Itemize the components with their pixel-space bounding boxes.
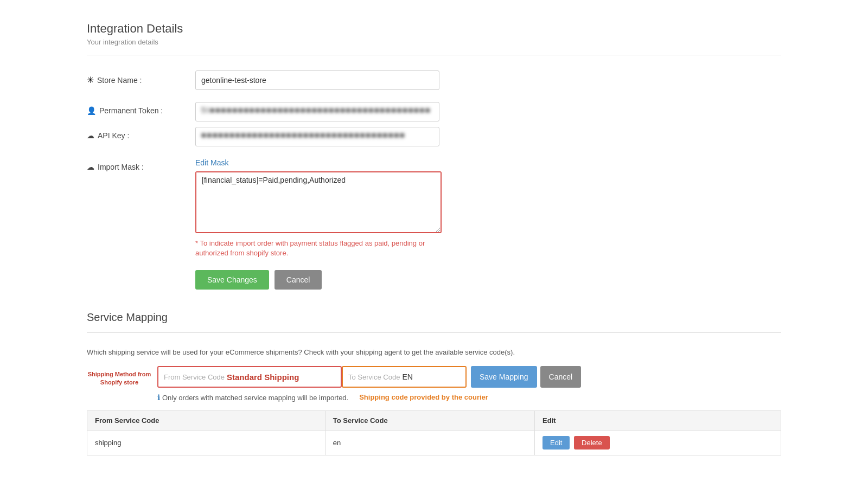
divider-top bbox=[87, 55, 781, 55]
divider-service bbox=[87, 332, 781, 333]
mapping-table: From Service Code To Service Code Edit s… bbox=[87, 410, 781, 455]
info-icon: ℹ bbox=[157, 393, 160, 402]
save-changes-button[interactable]: Save Changes bbox=[195, 270, 269, 290]
service-mapping-desc: Which shipping service will be used for … bbox=[87, 348, 781, 356]
import-mask-note: * To indicate import order with payment … bbox=[195, 239, 439, 258]
edit-cell: Edit Delete bbox=[535, 431, 781, 455]
api-key-row: ☁ API Key : ■■■■■■■■■■■■■■■■■■■■■■■■■■■■… bbox=[87, 127, 781, 146]
import-mask-label: ☁ Import Mask : bbox=[87, 158, 195, 171]
to-service-wrapper: To Service Code bbox=[342, 366, 467, 388]
mapping-table-header: From Service Code To Service Code Edit bbox=[87, 411, 781, 431]
courier-note: Shipping code provided by the courier bbox=[359, 393, 488, 401]
cancel-button[interactable]: Cancel bbox=[275, 270, 322, 290]
import-mask-textarea[interactable]: [financial_status]=Paid,pending,Authoriz… bbox=[196, 172, 441, 232]
permanent-token-label: 👤 Permanent Token : bbox=[87, 102, 195, 115]
from-service-value: Standard Shipping bbox=[227, 373, 299, 382]
api-key-label: ☁ API Key : bbox=[87, 127, 195, 140]
table-row: shipping en Edit Delete bbox=[87, 431, 781, 455]
edit-mask-link[interactable]: Edit Mask bbox=[195, 158, 442, 167]
store-name-label: ✳ Store Name : bbox=[87, 70, 195, 85]
import-mask-container: Edit Mask [financial_status]=Paid,pendin… bbox=[195, 158, 442, 258]
edit-row-button[interactable]: Edit bbox=[542, 436, 570, 450]
from-code-cell: shipping bbox=[87, 431, 326, 455]
permanent-token-value: 5t■■■■■■■■■■■■■■■■■■■■■■■■■■■■■■■■■■■■■■… bbox=[201, 106, 431, 114]
user-icon: 👤 bbox=[87, 106, 96, 115]
cloud-icon-api: ☁ bbox=[87, 131, 94, 140]
required-star-icon: ✳ bbox=[87, 75, 94, 85]
cancel-mapping-button[interactable]: Cancel bbox=[540, 366, 582, 388]
permanent-token-row: 👤 Permanent Token : 5t■■■■■■■■■■■■■■■■■■… bbox=[87, 102, 781, 115]
page-subtitle: Your integration details bbox=[87, 38, 781, 46]
mapping-table-body: shipping en Edit Delete bbox=[87, 431, 781, 455]
save-mapping-button[interactable]: Save Mapping bbox=[471, 366, 537, 388]
store-name-row: ✳ Store Name : bbox=[87, 70, 781, 90]
import-mask-row: ☁ Import Mask : Edit Mask [financial_sta… bbox=[87, 158, 781, 258]
page-title: Integration Details bbox=[87, 22, 781, 36]
col-from-service-code: From Service Code bbox=[87, 411, 326, 431]
to-service-input[interactable] bbox=[402, 373, 445, 381]
col-to-service-code: To Service Code bbox=[325, 411, 534, 431]
api-key-value: ■■■■■■■■■■■■■■■■■■■■■■■■■■■■■■■■■■■■ bbox=[201, 131, 405, 139]
mapping-info-text: ℹ Only orders with matched service mappi… bbox=[157, 393, 348, 402]
shipping-method-label: Shipping Method from Shopify store bbox=[87, 370, 152, 386]
cloud-icon-mask: ☁ bbox=[87, 163, 94, 171]
form-button-group: Save Changes Cancel bbox=[195, 270, 781, 290]
to-code-cell: en bbox=[325, 431, 534, 455]
to-service-label: To Service Code bbox=[348, 373, 400, 381]
service-mapping-title: Service Mapping bbox=[87, 311, 781, 324]
from-service-label: From Service Code bbox=[164, 373, 225, 381]
mapping-row: From Service Code Standard Shipping To S… bbox=[157, 366, 781, 388]
store-name-input[interactable] bbox=[195, 70, 439, 90]
delete-row-button[interactable]: Delete bbox=[574, 436, 610, 450]
mapping-info-row: ℹ Only orders with matched service mappi… bbox=[157, 393, 781, 402]
import-mask-box: [financial_status]=Paid,pending,Authoriz… bbox=[195, 171, 442, 233]
from-service-wrapper: From Service Code Standard Shipping bbox=[157, 366, 342, 388]
col-edit: Edit bbox=[535, 411, 781, 431]
